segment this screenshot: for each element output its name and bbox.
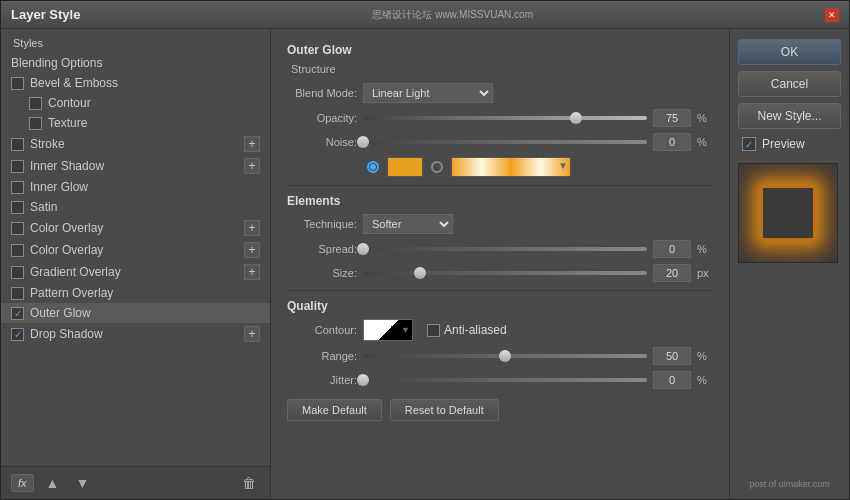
structure-label: Structure: [287, 63, 713, 75]
fx-button[interactable]: fx: [11, 474, 34, 492]
blend-mode-select[interactable]: Linear Light: [363, 83, 493, 103]
preview-square: [760, 185, 816, 241]
sidebar-item-texture[interactable]: Texture: [1, 113, 270, 133]
size-input[interactable]: [653, 264, 691, 282]
stroke-add-button[interactable]: +: [244, 136, 260, 152]
technique-select[interactable]: Softer: [363, 214, 453, 234]
main-content: Styles Blending Options Bevel & Emboss C…: [1, 29, 849, 499]
jitter-row: Jitter: %: [287, 371, 713, 389]
drop-shadow-label: Drop Shadow: [30, 327, 244, 341]
technique-row: Technique: Softer: [287, 214, 713, 234]
sidebar-item-color-overlay-2[interactable]: Color Overlay +: [1, 239, 270, 261]
opacity-input[interactable]: [653, 109, 691, 127]
jitter-label: Jitter:: [287, 374, 357, 386]
noise-thumb[interactable]: [357, 136, 369, 148]
pattern-overlay-checkbox[interactable]: [11, 287, 24, 300]
spread-row: Spread: %: [287, 240, 713, 258]
sidebar-item-stroke[interactable]: Stroke +: [1, 133, 270, 155]
inner-shadow-add-button[interactable]: +: [244, 158, 260, 174]
gradient-color-radio[interactable]: [431, 161, 443, 173]
outer-glow-checkbox[interactable]: [11, 307, 24, 320]
contour-arrow-icon: ▼: [401, 325, 410, 335]
spread-thumb[interactable]: [357, 243, 369, 255]
solid-color-radio[interactable]: [367, 161, 379, 173]
sidebar-item-outer-glow[interactable]: Outer Glow: [1, 303, 270, 323]
contour-checkbox[interactable]: [29, 97, 42, 110]
jitter-input[interactable]: [653, 371, 691, 389]
color-overlay-2-checkbox[interactable]: [11, 244, 24, 257]
color-overlay-1-add-button[interactable]: +: [244, 220, 260, 236]
inner-glow-checkbox[interactable]: [11, 181, 24, 194]
close-button[interactable]: ✕: [825, 8, 839, 22]
sidebar-item-pattern-overlay[interactable]: Pattern Overlay: [1, 283, 270, 303]
satin-checkbox[interactable]: [11, 201, 24, 214]
reset-default-button[interactable]: Reset to Default: [390, 399, 499, 421]
noise-row: Noise: %: [287, 133, 713, 151]
range-unit: %: [697, 350, 713, 362]
sidebar-item-bevel-emboss[interactable]: Bevel & Emboss: [1, 73, 270, 93]
section-title: Outer Glow: [287, 43, 713, 57]
gradient-overlay-add-button[interactable]: +: [244, 264, 260, 280]
sidebar-item-satin[interactable]: Satin: [1, 197, 270, 217]
divider-2: [287, 290, 713, 291]
jitter-slider[interactable]: [363, 378, 647, 382]
range-thumb[interactable]: [499, 350, 511, 362]
size-thumb[interactable]: [414, 267, 426, 279]
opacity-unit: %: [697, 112, 713, 124]
color-row: ▼: [287, 157, 713, 177]
gradient-arrow-icon: ▼: [558, 160, 568, 171]
spread-unit: %: [697, 243, 713, 255]
sidebar-item-inner-shadow[interactable]: Inner Shadow +: [1, 155, 270, 177]
sidebar-item-drop-shadow[interactable]: Drop Shadow +: [1, 323, 270, 345]
bevel-emboss-checkbox[interactable]: [11, 77, 24, 90]
bevel-emboss-label: Bevel & Emboss: [30, 76, 260, 90]
opacity-slider[interactable]: [363, 116, 647, 120]
bottom-buttons: Make Default Reset to Default: [287, 399, 713, 421]
spread-slider[interactable]: [363, 247, 647, 251]
sidebar-item-contour[interactable]: Contour: [1, 93, 270, 113]
texture-checkbox[interactable]: [29, 117, 42, 130]
noise-input[interactable]: [653, 133, 691, 151]
outer-glow-label: Outer Glow: [30, 306, 260, 320]
sidebar-item-color-overlay-1[interactable]: Color Overlay +: [1, 217, 270, 239]
contour-label: Contour:: [287, 324, 357, 336]
cancel-button[interactable]: Cancel: [738, 71, 841, 97]
range-input[interactable]: [653, 347, 691, 365]
anti-alias-label: Anti-aliased: [444, 323, 507, 337]
color-overlay-1-checkbox[interactable]: [11, 222, 24, 235]
ok-button[interactable]: OK: [738, 39, 841, 65]
stroke-checkbox[interactable]: [11, 138, 24, 151]
move-down-icon[interactable]: ▼: [71, 473, 93, 493]
sidebar-item-blending-options[interactable]: Blending Options: [1, 53, 270, 73]
size-label: Size:: [287, 267, 357, 279]
drop-shadow-checkbox[interactable]: [11, 328, 24, 341]
gradient-swatch[interactable]: ▼: [451, 157, 571, 177]
noise-slider[interactable]: [363, 140, 647, 144]
make-default-button[interactable]: Make Default: [287, 399, 382, 421]
color-overlay-2-add-button[interactable]: +: [244, 242, 260, 258]
opacity-row: Opacity: %: [287, 109, 713, 127]
delete-icon[interactable]: 🗑: [238, 473, 260, 493]
anti-alias-checkbox[interactable]: [427, 324, 440, 337]
move-up-icon[interactable]: ▲: [42, 473, 64, 493]
jitter-unit: %: [697, 374, 713, 386]
drop-shadow-add-button[interactable]: +: [244, 326, 260, 342]
gradient-overlay-checkbox[interactable]: [11, 266, 24, 279]
size-slider[interactable]: [363, 271, 647, 275]
spread-input[interactable]: [653, 240, 691, 258]
preview-checkbox[interactable]: [742, 137, 756, 151]
new-style-button[interactable]: New Style...: [738, 103, 841, 129]
contour-select[interactable]: ▼: [363, 319, 413, 341]
jitter-thumb[interactable]: [357, 374, 369, 386]
stroke-label: Stroke: [30, 137, 244, 151]
technique-label: Technique:: [287, 218, 357, 230]
preview-label: Preview: [762, 137, 805, 151]
opacity-thumb[interactable]: [570, 112, 582, 124]
sidebar-item-inner-glow[interactable]: Inner Glow: [1, 177, 270, 197]
color-swatch[interactable]: [387, 157, 423, 177]
sidebar-item-gradient-overlay[interactable]: Gradient Overlay +: [1, 261, 270, 283]
sidebar-list: Blending Options Bevel & Emboss Contour …: [1, 53, 270, 466]
inner-shadow-checkbox[interactable]: [11, 160, 24, 173]
range-row: Range: %: [287, 347, 713, 365]
range-slider[interactable]: [363, 354, 647, 358]
